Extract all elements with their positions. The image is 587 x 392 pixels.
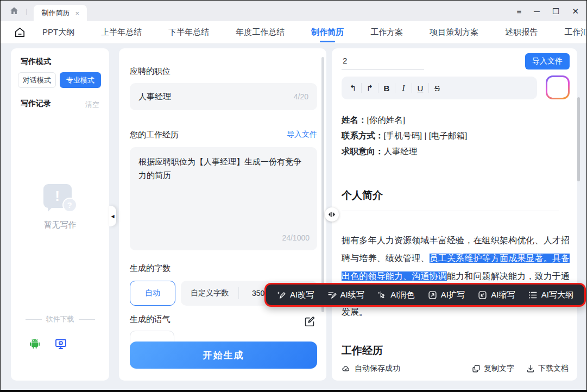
nav-item-debrief-report[interactable]: 述职报告 [505,27,538,37]
maximize-icon[interactable]: ☐ [552,7,559,15]
desktop-download-icon[interactable] [54,337,67,350]
ai-polish-label: AI润色 [390,290,414,300]
nav-home-icon[interactable] [14,26,26,39]
close-icon[interactable]: ✕ [572,7,579,15]
bold-button[interactable]: B [378,81,395,95]
menu-icon[interactable]: ≡ [517,7,522,15]
form-scrollbar[interactable] [321,57,324,312]
main-area: 写作模式 对话模式 专业模式 写作记录 清空 ! ? 暂无写作 软件下载 [1,44,586,390]
nav-item-work-report[interactable]: 工作汇报 [564,27,586,37]
clear-history-button[interactable]: 清空 [85,100,99,110]
underline-button[interactable]: U [412,81,428,95]
nav-item-work-plan[interactable]: 工作方案 [370,27,403,37]
generator-form-panel: 应聘的职位 人事经理 4/20 您的工作经历 导入文件 根据应聘职位为【人事经理… [119,48,326,381]
home-icon[interactable] [9,6,19,16]
nav-item-resume-label: 制作简历 [311,27,344,36]
copy-text-label: 复制文字 [484,364,514,374]
software-download-label: 软件下载 [46,314,74,324]
copy-text-button[interactable]: 复制文字 [472,364,514,374]
field-row: 姓名：[你的姓名] [342,112,467,128]
chat-mode-button[interactable]: 对话模式 [18,72,56,88]
question-glyph: ? [62,198,77,212]
ai-shorten-label: AI缩写 [491,290,515,300]
format-toolbar: ↰ ↱ B I U S [342,77,537,99]
cloud-icon [342,364,350,373]
writing-mode-title: 写作模式 [21,57,51,67]
download-icons [28,337,67,350]
empty-state: ! ? 暂无写作 [11,184,109,230]
position-input[interactable]: 人事经理 4/20 [130,83,317,110]
download-doc-button[interactable]: 下载文档 [526,364,569,374]
generate-button[interactable]: 开始生成 [130,342,317,369]
active-tab-underline [320,41,335,42]
contact-label: 联系方式： [342,131,384,140]
nav-items: PPT大纲 上半年总结 下半年总结 年度工作总结 制作简历 工作方案 项目策划方… [42,27,586,37]
redo-icon[interactable]: ↱ [362,81,378,95]
sidebar-panel: 写作模式 对话模式 专业模式 写作记录 清空 ! ? 暂无写作 软件下载 [11,48,109,381]
work-section-title: 工作经历 [342,344,383,358]
nav-item-project-plan[interactable]: 项目策划方案 [430,27,478,37]
intention-value: 人事经理 [384,147,418,156]
tab-close-icon[interactable]: × [75,9,79,17]
nav-bar: PPT大纲 上半年总结 下半年总结 年度工作总结 制作简历 工作方案 项目策划方… [1,21,586,44]
titlebar-separator: | [26,7,27,15]
custom-wordcount-option[interactable]: 自定义字数 [181,288,238,298]
ai-expand-label: AI扩写 [441,290,465,300]
experience-textarea[interactable]: 根据应聘职位为【人事经理】生成一份有竞争力的简历 24/1000 [130,147,317,250]
profile-paragraph[interactable]: 拥有多年人力资源领域丰富经验，在组织架构优化、人才招聘与培养、绩效管理、员工关系… [342,231,570,321]
profile-section-title: 个人简介 [342,188,383,203]
download-doc-label: 下载文档 [538,364,569,374]
pro-mode-button[interactable]: 专业模式 [60,72,101,88]
document-tab[interactable]: 制作简历 × [34,5,87,21]
doc-title-input[interactable]: 2 [342,53,424,69]
position-counter: 4/20 [294,92,308,101]
ai-continue-label: AI续写 [340,290,364,300]
field-row: 联系方式：[手机号码] | [电子邮箱] [342,128,467,143]
ai-shorten-button[interactable]: AI缩写 [478,290,515,300]
field-row: 求职意向：人事经理 [342,143,467,159]
nav-item-h2-summary[interactable]: 下半年总结 [168,27,209,37]
position-label: 应聘的职位 [130,66,171,77]
auto-wordcount-button[interactable]: 自动 [130,281,175,306]
nav-item-annual-summary[interactable]: 年度工作总结 [236,27,285,37]
ai-outline-label: AI写大纲 [541,290,573,300]
ai-actions-toolbar: AI改写 AI续写 AI润色 AI扩写 AI缩写 AI写大纲 [264,283,586,307]
ai-assistant-button[interactable]: AI [546,75,570,99]
window-controls: ≡ ─ ☐ ✕ [517,1,579,21]
strikethrough-button[interactable]: S [429,81,445,95]
minimize-icon[interactable]: ─ [534,7,540,15]
experience-label: 您的工作经历 [130,130,179,140]
resize-arrows-icon [328,211,336,218]
ai-shorten-icon [478,290,487,300]
wordcount-label: 生成的字数 [130,263,171,274]
nav-item-resume-active[interactable]: 制作简历 [311,27,344,37]
contact-value: [手机号码] | [电子邮箱] [384,131,468,140]
ai-expand-button[interactable]: AI扩写 [428,290,465,300]
ai-polish-button[interactable]: AI润色 [377,290,414,300]
italic-button[interactable]: I [395,81,412,95]
android-download-icon[interactable] [28,337,41,350]
sidebar-collapse-handle[interactable]: ◀ [109,206,116,226]
ai-rewrite-button[interactable]: AI改写 [277,290,314,300]
app-window: | 制作简历 × ≡ ─ ☐ ✕ PPT大纲 上半年总结 下半年总结 年度工作总… [1,1,586,390]
ai-outline-icon [528,290,538,300]
nav-item-ppt-outline[interactable]: PPT大纲 [42,27,74,37]
software-download-divider: 软件下载 [11,314,109,324]
intention-label: 求职意向： [342,147,384,156]
doc-actions: 复制文字 下载文档 [472,364,569,374]
divider-line [79,319,95,320]
panel-resize-handle[interactable] [325,207,339,222]
import-file-button[interactable]: 导入文件 [525,53,570,69]
empty-chat-icon: ! ? [43,184,77,212]
ai-continue-icon [327,290,337,300]
ai-continue-button[interactable]: AI续写 [327,290,364,300]
nav-item-h1-summary[interactable]: 上半年总结 [101,27,142,37]
ai-outline-button[interactable]: AI写大纲 [528,290,573,300]
tone-edit-icon[interactable] [304,315,315,327]
autosave-text: 自动保存成功 [355,364,400,374]
undo-icon[interactable]: ↰ [345,81,361,95]
name-label: 姓名： [342,115,367,124]
editor-scrollbar[interactable] [577,97,580,181]
import-file-link[interactable]: 导入文件 [287,130,317,140]
tab-title: 制作简历 [41,8,70,18]
